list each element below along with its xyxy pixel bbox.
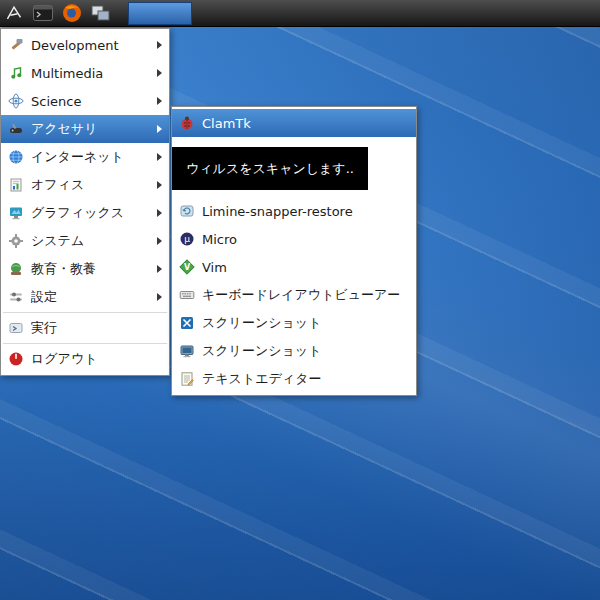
- taskbar: [0, 0, 600, 27]
- menu-item-multimedia[interactable]: Multimedia: [1, 59, 169, 87]
- accessories-icon: [8, 121, 24, 137]
- submenu-item-text-editor[interactable]: テキストエディター: [172, 365, 416, 393]
- submenu-item-label: Micro: [202, 232, 409, 247]
- terminal-button[interactable]: [31, 2, 55, 25]
- submenu-item-label: Vim: [202, 260, 409, 275]
- menu-item-label: 実行: [31, 319, 162, 337]
- internet-icon: [8, 149, 24, 165]
- submenu-arrow-icon: [157, 97, 162, 105]
- window-list-button[interactable]: [89, 2, 113, 25]
- settings-icon: [8, 289, 24, 305]
- submenu-item-screenshot-1[interactable]: スクリーンショット: [172, 309, 416, 337]
- menu-item-education[interactable]: 教育・教養: [1, 255, 169, 283]
- menu-item-accessories[interactable]: アクセサリ: [1, 115, 169, 143]
- menu-item-label: アクセサリ: [31, 120, 150, 138]
- science-icon: [8, 93, 24, 109]
- menu-item-label: インターネット: [31, 148, 150, 166]
- menu-item-label: 教育・教養: [31, 260, 150, 278]
- menu-item-settings[interactable]: 設定: [1, 283, 169, 311]
- menu-item-label: Science: [31, 94, 150, 109]
- clamtk-icon: [179, 115, 195, 131]
- screenshot-icon: [179, 315, 195, 331]
- submenu-item-label: スクリーンショット: [202, 314, 409, 332]
- submenu-arrow-icon: [157, 41, 162, 49]
- workspace-indicator[interactable]: [128, 2, 192, 25]
- education-icon: [8, 261, 24, 277]
- logout-icon: [8, 351, 24, 367]
- submenu-item-label: スクリーンショット: [202, 342, 409, 360]
- submenu-item-vim[interactable]: V Vim: [172, 253, 416, 281]
- submenu-arrow-icon: [157, 209, 162, 217]
- menu-item-label: ログアウト: [31, 350, 162, 368]
- submenu-item-micro[interactable]: μ Micro: [172, 225, 416, 253]
- submenu-item-keyboard-layout-viewer[interactable]: キーボードレイアウトビューアー: [172, 281, 416, 309]
- system-icon: [8, 233, 24, 249]
- submenu-item-clamtk[interactable]: ClamTk: [172, 109, 416, 137]
- menu-item-run[interactable]: 実行: [1, 314, 169, 342]
- menu-item-label: Development: [31, 38, 150, 53]
- keyboard-layout-viewer-icon: [179, 287, 195, 303]
- submenu-item-screenshot-2[interactable]: スクリーンショット: [172, 337, 416, 365]
- submenu-arrow-icon: [157, 237, 162, 245]
- graphics-icon: [8, 205, 24, 221]
- menu-separator: [3, 312, 167, 313]
- menu-item-science[interactable]: Science: [1, 87, 169, 115]
- tooltip-text: ウィルスをスキャンします..: [186, 161, 354, 176]
- submenu-item-label: ClamTk: [202, 116, 409, 131]
- svg-text:V: V: [184, 263, 191, 272]
- run-icon: [8, 320, 24, 336]
- submenu-item-label: キーボードレイアウトビューアー: [202, 286, 409, 304]
- menu-item-development[interactable]: Development: [1, 31, 169, 59]
- firefox-button[interactable]: [60, 2, 84, 25]
- text-editor-icon: [179, 371, 195, 387]
- application-menu: Development Multimedia Science アクセサリ: [0, 28, 170, 376]
- menu-separator: [3, 343, 167, 344]
- submenu-arrow-icon: [157, 181, 162, 189]
- vim-icon: V: [179, 259, 195, 275]
- terminal-icon: [32, 3, 54, 23]
- menu-item-label: グラフィックス: [31, 204, 150, 222]
- menu-item-label: システム: [31, 232, 150, 250]
- window-list-icon: [89, 3, 113, 23]
- menu-item-system[interactable]: システム: [1, 227, 169, 255]
- submenu-item-label: テキストエディター: [202, 370, 409, 388]
- limine-snapper-restore-icon: [179, 203, 195, 219]
- clamtk-tooltip: ウィルスをスキャンします..: [172, 147, 368, 190]
- firefox-icon: [61, 2, 83, 24]
- menu-item-label: 設定: [31, 288, 150, 306]
- menu-item-label: オフィス: [31, 176, 150, 194]
- micro-icon: μ: [179, 231, 195, 247]
- menu-item-label: Multimedia: [31, 66, 150, 81]
- submenu-item-limine-snapper-restore[interactable]: Limine-snapper-restore: [172, 197, 416, 225]
- submenu-arrow-icon: [157, 265, 162, 273]
- menu-item-office[interactable]: オフィス: [1, 171, 169, 199]
- submenu-arrow-icon: [157, 125, 162, 133]
- screenshot-alt-icon: [179, 343, 195, 359]
- menu-item-logout[interactable]: ログアウト: [1, 345, 169, 373]
- menu-item-internet[interactable]: インターネット: [1, 143, 169, 171]
- office-icon: [8, 177, 24, 193]
- submenu-arrow-icon: [157, 153, 162, 161]
- menu-item-graphics[interactable]: グラフィックス: [1, 199, 169, 227]
- svg-text:μ: μ: [184, 234, 190, 244]
- submenu-arrow-icon: [157, 293, 162, 301]
- menu-button[interactable]: [2, 2, 26, 25]
- antix-logo-icon: [6, 5, 22, 21]
- submenu-item-label: Limine-snapper-restore: [202, 204, 409, 219]
- development-icon: [8, 37, 24, 53]
- multimedia-icon: [8, 65, 24, 81]
- submenu-arrow-icon: [157, 69, 162, 77]
